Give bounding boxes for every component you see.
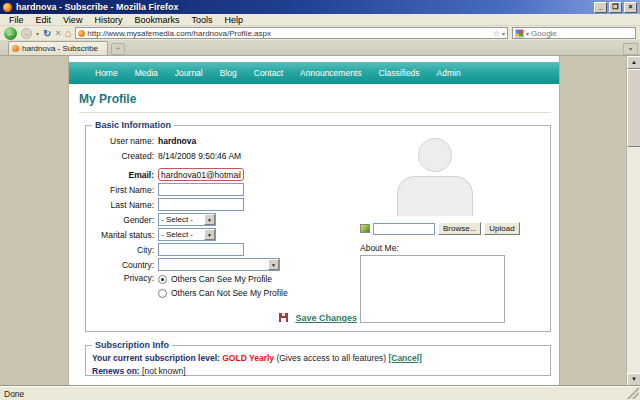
browser-viewport: Home Media Journal Blog Contact Announce… [0, 56, 640, 386]
upload-button[interactable]: Upload [484, 222, 519, 235]
menu-history[interactable]: History [88, 14, 128, 26]
profile-media-panel: Browse... Upload About Me: [360, 138, 510, 327]
marital-selected-value: - Select - [159, 230, 204, 239]
privacy-label: Privacy: [92, 273, 158, 283]
address-bar: ☆ ▾ [75, 27, 508, 39]
scroll-down-icon[interactable]: ▼ [627, 373, 640, 386]
status-text: Done [4, 389, 24, 399]
about-me-label: About Me: [360, 243, 510, 253]
marital-status-select[interactable]: - Select - ▼ [158, 228, 216, 241]
menu-tools[interactable]: Tools [185, 14, 218, 26]
close-button[interactable]: × [624, 2, 637, 13]
nav-blog[interactable]: Blog [220, 68, 237, 78]
back-button[interactable]: ← [4, 27, 17, 40]
avatar-body-shape [397, 176, 473, 216]
privacy-option-see[interactable]: Others Can See My Profile [158, 274, 288, 284]
gender-select[interactable]: - Select - ▼ [158, 213, 216, 226]
menu-edit[interactable]: Edit [30, 14, 58, 26]
window-controls: _ ❐ × [594, 2, 637, 13]
nav-home[interactable]: Home [95, 68, 118, 78]
site-favicon [78, 30, 85, 37]
save-disk-icon[interactable] [279, 313, 288, 322]
privacy-options: Others Can See My Profile Others Can Not… [158, 273, 288, 298]
browse-button[interactable]: Browse... [438, 222, 481, 235]
home-button[interactable]: ⌂ [65, 27, 72, 39]
search-engine-dropdown-icon[interactable]: ▾ [526, 30, 529, 37]
menu-bookmarks[interactable]: Bookmarks [128, 14, 185, 26]
last-name-field[interactable] [158, 198, 244, 211]
photo-file-field[interactable] [373, 223, 435, 235]
privacy-not-see-label: Others Can Not See My Profile [171, 288, 288, 298]
save-changes-link[interactable]: Save Changes [295, 313, 357, 323]
city-field[interactable] [158, 243, 244, 256]
basic-information-section: Basic Information User name: hardnova Cr… [85, 120, 551, 332]
url-dropdown-icon[interactable]: ▾ [502, 30, 505, 37]
nav-classifieds[interactable]: Classifieds [378, 68, 419, 78]
menu-bar: File Edit View History Bookmarks Tools H… [0, 14, 640, 26]
email-field[interactable] [158, 168, 244, 181]
list-tabs-button[interactable]: ▾ [623, 43, 638, 55]
subscription-info-section: Subscription Info Your current subscript… [85, 340, 551, 376]
resize-grip[interactable] [627, 387, 639, 399]
title-bar: hardnova - Subscribe - Mozilla Firefox _… [0, 0, 640, 14]
tab-favicon [12, 45, 19, 52]
tab-label: hardnova - Subscribe [22, 44, 98, 53]
first-name-field[interactable] [158, 183, 244, 196]
scrollbar-thumb[interactable] [627, 69, 640, 147]
page-title: My Profile [79, 92, 551, 113]
cancel-subscription-link[interactable]: [Cancel] [388, 353, 422, 363]
radio-checked-icon[interactable] [158, 275, 167, 284]
city-label: City: [92, 245, 158, 255]
renews-label: Renews on: [92, 366, 140, 376]
renews-value: [not known] [142, 366, 185, 376]
tab-hardnova-subscribe[interactable]: hardnova - Subscribe [8, 41, 108, 55]
scroll-up-icon[interactable]: ▲ [627, 56, 640, 69]
gender-label: Gender: [92, 215, 158, 225]
nav-contact[interactable]: Contact [254, 68, 283, 78]
photo-upload-row: Browse... Upload [360, 222, 510, 235]
google-engine-icon[interactable] [515, 29, 524, 38]
menu-view[interactable]: View [57, 14, 88, 26]
menu-file[interactable]: File [3, 14, 30, 26]
reload-button[interactable]: ↻ [43, 28, 51, 39]
forward-button[interactable]: → [21, 28, 32, 39]
search-input[interactable] [531, 28, 640, 38]
status-bar: Done [0, 386, 640, 400]
maximize-button[interactable]: ❐ [609, 2, 622, 13]
menu-help[interactable]: Help [218, 14, 249, 26]
nav-journal[interactable]: Journal [175, 68, 203, 78]
privacy-option-not-see[interactable]: Others Can Not See My Profile [158, 288, 288, 298]
chevron-down-icon[interactable]: ▼ [204, 229, 215, 240]
search-bar: ▾ [512, 27, 636, 39]
subscription-level-value: GOLD Yearly [222, 353, 274, 363]
privacy-see-label: Others Can See My Profile [171, 274, 272, 284]
basic-information-legend: Basic Information [92, 120, 174, 130]
gender-selected-value: - Select - [159, 215, 204, 224]
country-label: Country: [92, 260, 158, 270]
tab-bar: hardnova - Subscribe + ▾ [0, 40, 640, 56]
new-tab-button[interactable]: + [111, 43, 125, 55]
site-navigation: Home Media Journal Blog Contact Announce… [69, 62, 559, 84]
first-name-label: First Name: [92, 185, 158, 195]
email-label: Email: [92, 170, 158, 180]
chevron-down-icon[interactable]: ▼ [268, 259, 279, 270]
minimize-button[interactable]: _ [594, 2, 607, 13]
vertical-scrollbar[interactable]: ▲ ▼ [626, 56, 640, 386]
save-row: Save Changes [86, 308, 550, 326]
subscription-info-legend: Subscription Info [92, 340, 172, 350]
stop-button[interactable]: × [55, 28, 60, 38]
subscription-level-note: (Gives access to all features) [276, 353, 386, 363]
history-dropdown-icon[interactable]: ▾ [36, 30, 39, 37]
country-select[interactable]: ▼ [158, 258, 280, 271]
nav-admin[interactable]: Admin [437, 68, 461, 78]
marital-status-label: Marital status: [92, 230, 158, 240]
nav-announcements[interactable]: Announcements [300, 68, 361, 78]
star-icon[interactable]: ☆ [493, 29, 500, 38]
radio-unchecked-icon[interactable] [158, 289, 167, 298]
nav-media[interactable]: Media [135, 68, 158, 78]
firefox-app-icon [3, 3, 12, 12]
url-input[interactable] [87, 28, 490, 38]
chevron-down-icon[interactable]: ▼ [204, 214, 215, 225]
subscription-level-label: Your current subscription level: [92, 353, 220, 363]
subscription-level-line: Your current subscription level: GOLD Ye… [92, 353, 544, 363]
